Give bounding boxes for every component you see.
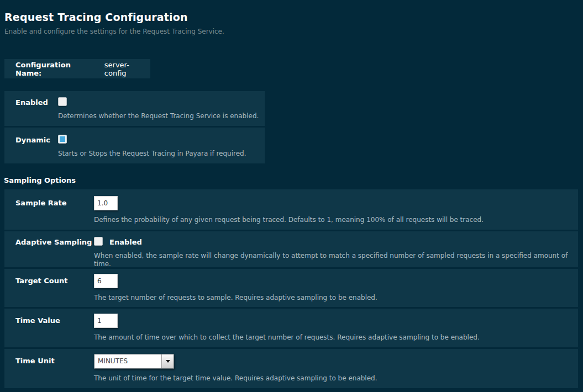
time-unit-dropdown-button[interactable] <box>161 354 174 368</box>
enabled-help-text: Determines whether the Request Tracing S… <box>58 112 259 120</box>
time-unit-select[interactable]: MINUTES <box>94 354 174 369</box>
time-value-row: Time Value The amount of time over which… <box>4 309 578 347</box>
time-unit-row: Time Unit MINUTES The unit of time for t… <box>4 349 578 388</box>
target-count-help-text: The target number of requests to sample.… <box>94 294 573 302</box>
time-value-label: Time Value <box>15 314 94 325</box>
time-unit-help-text: The unit of time for the target time val… <box>94 374 573 383</box>
target-count-row: Target Count The target number of reques… <box>4 269 578 307</box>
chevron-down-icon <box>166 360 170 363</box>
target-count-label: Target Count <box>15 274 94 285</box>
sample-rate-label: Sample Rate <box>15 196 94 207</box>
dynamic-help-text: Starts or Stops the Request Tracing in P… <box>58 150 259 158</box>
enabled-row: Enabled Determines whether the Request T… <box>4 91 265 126</box>
sampling-options-header: Sampling Options <box>4 176 76 184</box>
dynamic-label: Dynamic <box>15 135 58 144</box>
configuration-name-box: Configuration Name: server-config <box>4 59 150 78</box>
adaptive-sampling-checkbox[interactable] <box>94 237 103 246</box>
time-unit-selected-value: MINUTES <box>94 354 161 368</box>
sample-rate-input[interactable] <box>94 196 118 210</box>
configuration-name-label: Configuration Name: <box>15 61 98 77</box>
adaptive-sampling-enabled-label: Enabled <box>109 237 142 246</box>
enabled-label: Enabled <box>15 97 58 107</box>
adaptive-sampling-row: Adaptive Sampling Enabled When enabled, … <box>4 231 578 267</box>
page-title: Request Tracing Configuration <box>4 11 188 23</box>
time-unit-label: Time Unit <box>15 354 94 365</box>
adaptive-sampling-label: Adaptive Sampling <box>15 237 94 246</box>
dynamic-row: Dynamic Starts or Stops the Request Trac… <box>4 128 265 163</box>
sample-rate-help-text: Defines the probability of any given req… <box>94 216 573 224</box>
time-value-input[interactable] <box>94 314 118 328</box>
page-subtitle: Enable and configure the settings for th… <box>4 28 224 35</box>
time-value-help-text: The amount of time over which to collect… <box>94 333 573 342</box>
dynamic-checkbox[interactable] <box>58 135 67 144</box>
enabled-checkbox[interactable] <box>58 97 67 106</box>
target-count-input[interactable] <box>94 274 118 288</box>
adaptive-sampling-help-text: When enabled, the sample rate will chang… <box>94 252 573 268</box>
configuration-name-value: server-config <box>104 61 150 77</box>
sample-rate-row: Sample Rate Defines the probability of a… <box>4 189 578 230</box>
